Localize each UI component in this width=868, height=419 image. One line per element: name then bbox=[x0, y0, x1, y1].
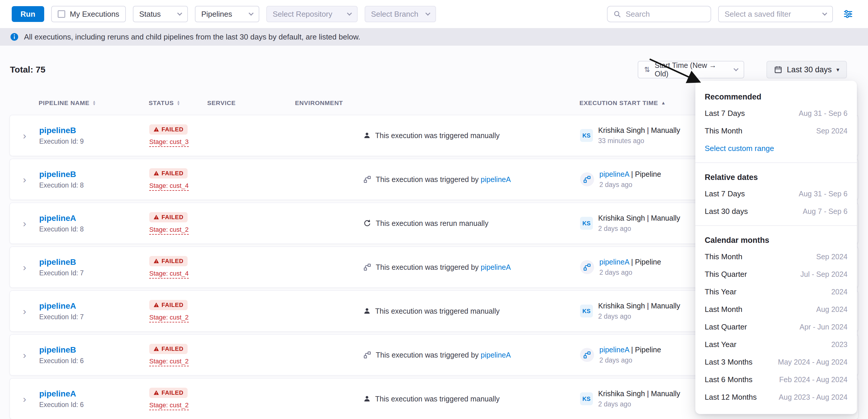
trigger-info: This execution was rerun manually bbox=[364, 219, 580, 228]
date-range-option[interactable]: Last 30 days Aug 7 - Sep 6 bbox=[705, 202, 847, 220]
sort-dropdown[interactable]: ⇅ Start Time (New → Old) bbox=[638, 61, 744, 78]
option-label: Last 30 days bbox=[705, 207, 748, 216]
date-range-option[interactable]: Last Month Aug 2024 bbox=[705, 300, 847, 318]
sort-toggle-icon[interactable]: ▲▼ bbox=[177, 100, 181, 106]
option-range: Aug 31 - Sep 6 bbox=[799, 109, 847, 118]
filter-sliders-icon bbox=[843, 9, 853, 19]
my-executions-checkbox[interactable] bbox=[58, 10, 65, 18]
chevron-down-icon bbox=[347, 11, 352, 16]
date-range-button[interactable]: Last 30 days ▾ bbox=[767, 61, 847, 78]
executor-pipeline-link[interactable]: pipelineA bbox=[599, 258, 629, 266]
option-range: 2024 bbox=[831, 288, 847, 296]
column-header[interactable]: SERVICE bbox=[207, 99, 295, 106]
option-label: Last 6 Months bbox=[705, 375, 752, 384]
failed-stage-link[interactable]: Stage: cust_2 bbox=[149, 358, 189, 366]
expand-chevron-icon[interactable]: › bbox=[19, 129, 30, 141]
column-header[interactable]: PIPELINE NAME▲▼ bbox=[39, 99, 149, 106]
pipelines-filter-dropdown[interactable]: Pipelines bbox=[195, 6, 259, 22]
info-banner: All executions, including reruns and chi… bbox=[0, 28, 868, 46]
date-range-option[interactable]: Last 12 Months Aug 2023 - Aug 2024 bbox=[705, 388, 847, 406]
expand-chevron-icon[interactable]: › bbox=[19, 217, 30, 229]
date-range-option[interactable]: Last 7 Days Aug 31 - Sep 6 bbox=[705, 104, 847, 122]
executor-name: pipelineA | Pipeline bbox=[599, 170, 661, 179]
option-range: May 2024 - Aug 2024 bbox=[778, 358, 847, 366]
option-label: Last 7 Days bbox=[705, 109, 745, 118]
date-range-option[interactable]: This Year 2024 bbox=[705, 283, 847, 300]
pipeline-name-link[interactable]: pipelineA bbox=[39, 301, 149, 311]
option-range: 2023 bbox=[831, 340, 847, 349]
column-header[interactable]: ENVIRONMENT bbox=[295, 99, 363, 106]
trigger-pipeline-link[interactable]: pipelineA bbox=[481, 175, 511, 184]
warning-triangle-icon bbox=[153, 170, 159, 176]
pipeline-name-link[interactable]: pipelineB bbox=[39, 345, 149, 355]
expand-chevron-icon[interactable]: › bbox=[19, 349, 30, 361]
pipeline-name-link[interactable]: pipelineA bbox=[39, 214, 149, 223]
trigger-pipeline-link[interactable]: pipelineA bbox=[481, 351, 511, 359]
failed-stage-link[interactable]: Stage: cust_3 bbox=[149, 138, 189, 147]
pipeline-avatar-icon bbox=[580, 348, 594, 362]
pipeline-name-link[interactable]: pipelineB bbox=[39, 257, 149, 267]
warning-triangle-icon bbox=[153, 214, 159, 220]
expand-chevron-icon[interactable]: › bbox=[19, 173, 30, 186]
warning-triangle-icon bbox=[153, 126, 159, 132]
execution-id: Execution Id: 8 bbox=[39, 182, 149, 189]
filter-settings-button[interactable] bbox=[840, 6, 856, 22]
status-filter-dropdown[interactable]: Status bbox=[133, 6, 188, 22]
executor-pipeline-link[interactable]: pipelineA bbox=[599, 346, 629, 354]
caret-down-icon: ▾ bbox=[836, 66, 839, 73]
trigger-text: This execution was triggered by pipeline… bbox=[376, 175, 511, 184]
pipeline-name-link[interactable]: pipelineB bbox=[39, 126, 149, 135]
warning-triangle-icon bbox=[153, 258, 159, 264]
expand-chevron-icon[interactable]: › bbox=[19, 261, 30, 273]
pipeline-name-link[interactable]: pipelineB bbox=[39, 170, 149, 179]
saved-filter-dropdown[interactable]: Select a saved filter bbox=[718, 6, 833, 22]
pipeline-name-link[interactable]: pipelineA bbox=[39, 389, 149, 398]
search-box[interactable] bbox=[607, 6, 711, 22]
failed-stage-link[interactable]: Stage: cust_2 bbox=[149, 314, 189, 322]
trigger-pipeline-link[interactable]: pipelineA bbox=[481, 263, 511, 271]
chevron-down-icon bbox=[425, 11, 430, 16]
trigger-text: This execution was triggered manually bbox=[375, 395, 500, 403]
execution-id: Execution Id: 7 bbox=[39, 269, 149, 277]
custom-range-link[interactable]: Select custom range bbox=[705, 139, 847, 157]
status-badge-failed: FAILED bbox=[149, 300, 188, 310]
option-label: Last 3 Months bbox=[705, 358, 752, 366]
date-range-option[interactable]: This Quarter Jul - Sep 2024 bbox=[705, 265, 847, 283]
trigger-info: This execution was triggered manually bbox=[364, 395, 580, 403]
trigger-text: This execution was triggered manually bbox=[375, 307, 500, 315]
failed-stage-link[interactable]: Stage: cust_2 bbox=[149, 401, 189, 410]
repository-filter-dropdown[interactable]: Select Repository bbox=[266, 6, 358, 22]
status-badge-failed: FAILED bbox=[149, 168, 188, 179]
user-avatar: KS bbox=[580, 392, 593, 405]
expand-chevron-icon[interactable]: › bbox=[19, 393, 30, 405]
date-range-option[interactable]: Last 3 Months May 2024 - Aug 2024 bbox=[705, 353, 847, 371]
column-label: PIPELINE NAME bbox=[39, 99, 90, 106]
executor-name: Krishika Singh | Manually bbox=[598, 302, 680, 310]
date-range-option[interactable]: Last Quarter Apr - Jun 2024 bbox=[705, 318, 847, 335]
failed-stage-link[interactable]: Stage: cust_4 bbox=[149, 270, 189, 279]
pipeline-avatar-icon bbox=[580, 172, 594, 186]
date-range-option[interactable]: Last 6 Months Feb 2024 - Aug 2024 bbox=[705, 371, 847, 388]
date-range-option[interactable]: Last 7 Days Aug 31 - Sep 6 bbox=[705, 185, 847, 202]
branch-filter-dropdown[interactable]: Select Branch bbox=[365, 6, 436, 22]
date-range-option[interactable]: This Month Sep 2024 bbox=[705, 122, 847, 139]
failed-stage-link[interactable]: Stage: cust_4 bbox=[149, 182, 189, 191]
date-range-option[interactable]: This Month Sep 2024 bbox=[705, 248, 847, 265]
trigger-info: This execution was triggered manually bbox=[364, 131, 580, 140]
execution-id: Execution Id: 9 bbox=[39, 137, 149, 146]
column-header[interactable]: STATUS▲▼ bbox=[149, 99, 207, 106]
search-input[interactable] bbox=[626, 10, 705, 19]
failed-stage-link[interactable]: Stage: cust_2 bbox=[149, 226, 189, 235]
my-executions-toggle[interactable]: My Executions bbox=[51, 6, 126, 22]
expand-chevron-icon[interactable]: › bbox=[19, 305, 30, 317]
chevron-down-icon bbox=[733, 66, 738, 71]
column-label: ENVIRONMENT bbox=[295, 99, 343, 106]
run-button[interactable]: Run bbox=[12, 6, 44, 22]
date-range-option[interactable]: Last Year 2023 bbox=[705, 335, 847, 353]
executor-pipeline-link[interactable]: pipelineA bbox=[599, 170, 629, 178]
option-range: Aug 7 - Sep 6 bbox=[803, 207, 847, 216]
sort-ascending-icon[interactable]: ▲ bbox=[661, 100, 666, 106]
executor-name: pipelineA | Pipeline bbox=[599, 346, 661, 354]
sort-toggle-icon[interactable]: ▲▼ bbox=[92, 100, 96, 106]
warning-triangle-icon bbox=[153, 346, 159, 352]
